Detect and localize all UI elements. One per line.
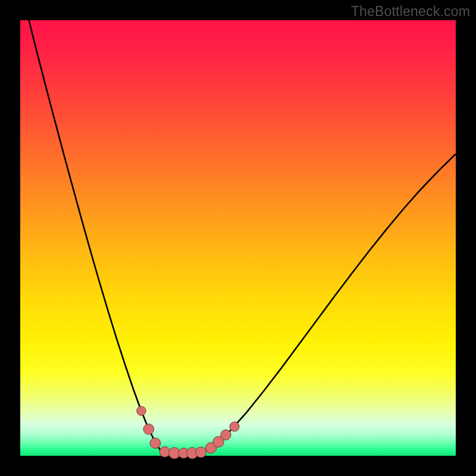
curve-marker — [230, 422, 239, 431]
curve-marker — [143, 424, 154, 435]
bottleneck-curve — [29, 20, 456, 453]
curve-marker — [150, 438, 161, 449]
curve-marker — [196, 447, 206, 458]
chart-svg — [20, 20, 456, 456]
outer-frame: TheBottleneck.com — [0, 0, 476, 476]
curve-marker — [159, 447, 170, 458]
plot-area — [20, 20, 456, 456]
marker-group — [137, 406, 239, 459]
curve-marker — [221, 430, 231, 440]
curve-marker — [137, 406, 146, 415]
watermark-text: TheBottleneck.com — [351, 4, 470, 20]
